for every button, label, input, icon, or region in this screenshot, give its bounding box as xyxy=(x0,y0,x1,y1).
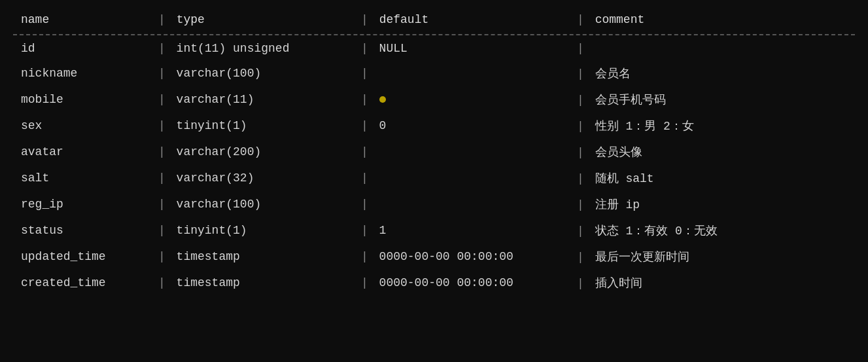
cell-comment: | 会员头像 xyxy=(569,139,855,165)
pipe: | xyxy=(577,225,588,238)
header-default: | default xyxy=(353,7,569,33)
cell-type: | varchar(200) xyxy=(150,139,353,165)
pipe: | xyxy=(361,224,372,237)
pipe: | xyxy=(361,172,372,185)
header-row: name | type | default | comment xyxy=(13,7,855,33)
cell-comment: | 会员名 xyxy=(569,60,855,86)
cell-name: id xyxy=(13,37,150,60)
cell-default: | xyxy=(353,139,569,165)
pipe: | xyxy=(361,276,372,289)
cell-name: salt xyxy=(13,165,150,191)
header-default-label: default xyxy=(379,13,429,26)
cell-type: | varchar(32) xyxy=(150,165,353,191)
header-type: | type xyxy=(150,7,353,33)
cell-comment: | xyxy=(569,37,855,60)
cell-default: | xyxy=(353,60,569,86)
pipe: | xyxy=(577,251,588,264)
cell-type: | varchar(100) xyxy=(150,60,353,86)
pipe-default: | xyxy=(361,13,372,26)
cell-comment: | 状态 1：有效 0：无效 xyxy=(569,217,855,244)
cell-comment: | 注册 ip xyxy=(569,191,855,217)
cell-default: | xyxy=(353,191,569,217)
pipe: | xyxy=(361,250,372,263)
table-row: updated_time| timestamp| 0000-00-00 00:0… xyxy=(13,244,855,270)
pipe: | xyxy=(158,224,169,237)
cell-type: | timestamp xyxy=(150,270,353,296)
pipe: | xyxy=(577,42,588,55)
cell-default: | xyxy=(353,165,569,191)
cell-name: mobile xyxy=(13,86,150,113)
cell-name: created_time xyxy=(13,270,150,296)
pipe: | xyxy=(158,93,169,106)
cell-name: updated_time xyxy=(13,244,150,270)
header-comment: | comment xyxy=(569,7,855,33)
cell-name: avatar xyxy=(13,139,150,165)
dot-indicator xyxy=(379,96,386,103)
pipe: | xyxy=(361,198,372,211)
cell-type: | tinyint(1) xyxy=(150,217,353,244)
table-container: name | type | default | comment xyxy=(0,0,868,302)
cell-comment: | 随机 salt xyxy=(569,165,855,191)
pipe: | xyxy=(158,145,169,158)
cell-default: | NULL xyxy=(353,37,569,60)
pipe: | xyxy=(158,42,169,55)
cell-default: | xyxy=(353,86,569,113)
cell-type: | int(11) unsigned xyxy=(150,37,353,60)
table-row: id| int(11) unsigned| NULL| xyxy=(13,37,855,60)
pipe: | xyxy=(158,172,169,185)
cell-name: status xyxy=(13,217,150,244)
pipe: | xyxy=(361,67,372,80)
pipe: | xyxy=(577,198,588,211)
cell-default: | 0000-00-00 00:00:00 xyxy=(353,270,569,296)
pipe: | xyxy=(361,42,372,55)
pipe: | xyxy=(158,276,169,289)
cell-name: reg_ip xyxy=(13,191,150,217)
cell-default: | 1 xyxy=(353,217,569,244)
table-row: status| tinyint(1)| 1| 状态 1：有效 0：无效 xyxy=(13,217,855,244)
pipe-type: | xyxy=(158,13,169,26)
cell-comment: | 性别 1：男 2：女 xyxy=(569,113,855,139)
cell-type: | timestamp xyxy=(150,244,353,270)
cell-comment: | 插入时间 xyxy=(569,270,855,296)
pipe: | xyxy=(577,67,588,81)
pipe: | xyxy=(158,198,169,211)
table-row: sex| tinyint(1)| 0| 性别 1：男 2：女 xyxy=(13,113,855,139)
pipe: | xyxy=(158,67,169,80)
cell-default: | 0 xyxy=(353,113,569,139)
pipe: | xyxy=(577,277,588,290)
table-row: avatar| varchar(200)|| 会员头像 xyxy=(13,139,855,165)
table-row: created_time| timestamp| 0000-00-00 00:0… xyxy=(13,270,855,296)
cell-comment: | 会员手机号码 xyxy=(569,86,855,113)
pipe: | xyxy=(577,172,588,185)
header-name: name xyxy=(13,7,150,33)
pipe: | xyxy=(158,250,169,263)
pipe-comment: | xyxy=(577,13,588,26)
pipe: | xyxy=(158,119,169,132)
table-row: mobile| varchar(11)| | 会员手机号码 xyxy=(13,86,855,113)
cell-name: nickname xyxy=(13,60,150,86)
table-row: reg_ip| varchar(100)|| 注册 ip xyxy=(13,191,855,217)
pipe: | xyxy=(577,94,588,107)
pipe: | xyxy=(361,145,372,158)
cell-comment: | 最后一次更新时间 xyxy=(569,244,855,270)
pipe: | xyxy=(361,93,372,106)
table-body: id| int(11) unsigned| NULL|nickname| var… xyxy=(13,37,855,296)
cell-default: | 0000-00-00 00:00:00 xyxy=(353,244,569,270)
cell-type: | varchar(11) xyxy=(150,86,353,113)
cell-type: | varchar(100) xyxy=(150,191,353,217)
table-row: nickname| varchar(100)|| 会员名 xyxy=(13,60,855,86)
cell-name: sex xyxy=(13,113,150,139)
pipe: | xyxy=(361,119,372,132)
cell-type: | tinyint(1) xyxy=(150,113,353,139)
header-type-label: type xyxy=(177,13,205,26)
table-row: salt| varchar(32)|| 随机 salt xyxy=(13,165,855,191)
header-comment-label: comment xyxy=(595,13,645,26)
pipe: | xyxy=(577,120,588,133)
db-table: name | type | default | comment xyxy=(13,7,855,296)
pipe: | xyxy=(577,146,588,159)
